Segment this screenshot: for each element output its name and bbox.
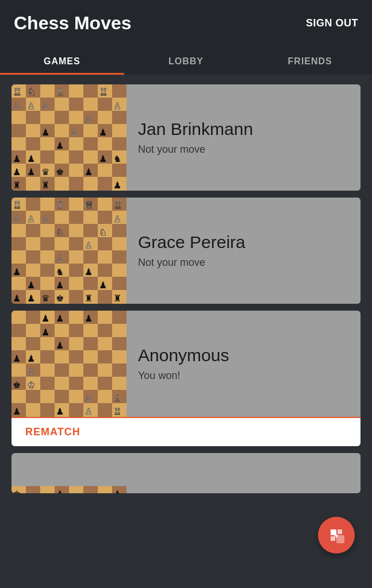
- game-card-jan[interactable]: ♖ ♘ ♗ ♖ ♙ ♙ ♙ ♙ ♙ ♙ ♟ ♟ ♟: [11, 84, 361, 191]
- svg-rect-122: [26, 250, 40, 264]
- svg-text:♟: ♟: [56, 314, 64, 323]
- svg-rect-37: [83, 137, 98, 150]
- svg-rect-102: [83, 211, 98, 224]
- svg-text:♔: ♔: [27, 380, 35, 390]
- svg-rect-20: [69, 111, 83, 124]
- svg-rect-91: [40, 198, 55, 211]
- svg-text:♖: ♖: [113, 199, 122, 211]
- game-card-main: ♟ ♟ ♟ ♟ ♟ ♟ ♟ ♙ ♚ ♔ ♙ ♗ ♟ ♟ ♙ ♖: [11, 311, 361, 417]
- svg-rect-125: [69, 250, 83, 264]
- svg-text:♟: ♟: [56, 407, 64, 416]
- svg-text:♟: ♟: [113, 489, 121, 494]
- svg-rect-239: [98, 403, 112, 417]
- svg-rect-22: [98, 111, 112, 124]
- tab-games[interactable]: GAMES: [0, 46, 124, 75]
- chess-board-2: ♖ ♔ ♕ ♖ ♙ ♙ ♙ ♙ ♘ ♘ ♙ ♙ ♟ ♞ ♟ ♟: [11, 198, 126, 304]
- svg-text:♟: ♟: [41, 314, 49, 323]
- svg-text:♜: ♜: [13, 180, 21, 190]
- svg-rect-184: [112, 311, 126, 324]
- svg-rect-226: [26, 390, 40, 403]
- svg-rect-90: [26, 198, 40, 211]
- svg-rect-130: [26, 264, 40, 277]
- sign-out-button[interactable]: SIGN OUT: [306, 17, 358, 29]
- game-card-anonymous[interactable]: ♟ ♟ ♟ ♟ ♟ ♟ ♟ ♙ ♚ ♔ ♙ ♗ ♟ ♟ ♙ ♖: [11, 311, 361, 446]
- svg-rect-114: [26, 237, 40, 250]
- svg-text:♜: ♜: [113, 293, 121, 303]
- svg-rect-234: [26, 403, 40, 417]
- svg-rect-151: [98, 290, 112, 304]
- svg-text:♙: ♙: [27, 367, 35, 377]
- svg-text:♟: ♟: [27, 280, 35, 290]
- svg-rect-44: [69, 150, 83, 164]
- svg-text:♟: ♟: [56, 280, 64, 290]
- svg-rect-219: [40, 377, 55, 390]
- app-header: Chess Moves SIGN OUT: [0, 0, 372, 46]
- game-status: Not your move: [138, 144, 349, 156]
- svg-rect-139: [40, 277, 55, 290]
- svg-rect-213: [69, 363, 83, 377]
- svg-rect-39: [112, 137, 126, 150]
- game-card-partial[interactable]: ♚ ♟ ♟ ♟: [11, 453, 361, 493]
- svg-rect-24: [11, 124, 26, 137]
- svg-rect-185: [11, 324, 26, 337]
- svg-rect-2: [40, 84, 55, 98]
- svg-text:♙: ♙: [85, 393, 93, 403]
- svg-text:♟: ♟: [27, 154, 35, 164]
- svg-rect-36: [69, 137, 83, 150]
- svg-text:♙: ♙: [113, 214, 121, 224]
- svg-rect-237: [69, 403, 83, 417]
- rematch-button[interactable]: REMATCH: [25, 426, 80, 438]
- svg-text:♜: ♜: [41, 180, 49, 190]
- svg-rect-7: [112, 84, 126, 98]
- svg-rect-206: [83, 350, 98, 363]
- svg-text:♟: ♟: [113, 180, 121, 190]
- svg-rect-192: [112, 324, 126, 337]
- svg-rect-137: [11, 277, 26, 290]
- svg-rect-27: [55, 124, 69, 137]
- svg-rect-135: [98, 264, 112, 277]
- game-card-grace[interactable]: ♖ ♔ ♕ ♖ ♙ ♙ ♙ ♙ ♘ ♘ ♙ ♙ ♟ ♞ ♟ ♟: [11, 198, 361, 304]
- svg-rect-131: [40, 264, 55, 277]
- svg-rect-194: [26, 337, 40, 350]
- svg-text:♙: ♙: [85, 407, 93, 416]
- svg-rect-5: [83, 84, 98, 98]
- svg-rect-106: [26, 224, 40, 237]
- svg-rect-200: [112, 337, 126, 350]
- svg-rect-136: [112, 264, 126, 277]
- svg-rect-144: [112, 277, 126, 290]
- svg-text:♟: ♟: [85, 167, 93, 177]
- svg-text:♟: ♟: [41, 127, 49, 137]
- svg-rect-42: [40, 150, 55, 164]
- svg-text:♟: ♟: [56, 341, 64, 350]
- game-card-main: ♖ ♘ ♗ ♖ ♙ ♙ ♙ ♙ ♙ ♙ ♟ ♟ ♟: [11, 84, 361, 191]
- svg-rect-221: [69, 377, 83, 390]
- games-list: ♖ ♘ ♗ ♖ ♙ ♙ ♙ ♙ ♙ ♙ ♟ ♟ ♟: [0, 75, 372, 502]
- svg-rect-204: [55, 350, 69, 363]
- svg-rect-186: [26, 324, 40, 337]
- game-info-grace: Grace Pereira Not your move: [126, 198, 361, 304]
- svg-rect-93: [69, 198, 83, 211]
- svg-rect-117: [69, 237, 83, 250]
- svg-text:♟: ♟: [27, 167, 35, 177]
- svg-rect-120: [112, 237, 126, 250]
- svg-text:♟: ♟: [13, 407, 21, 416]
- svg-rect-128: [112, 250, 126, 264]
- svg-rect-38: [98, 137, 112, 150]
- game-card-partial-main: ♚ ♟ ♟ ♟: [11, 453, 361, 493]
- tab-bar: GAMES LOBBY FRIENDS: [0, 46, 372, 75]
- svg-rect-231: [98, 390, 112, 403]
- svg-rect-220: [55, 377, 69, 390]
- tab-lobby[interactable]: LOBBY: [124, 46, 248, 75]
- svg-rect-110: [83, 224, 98, 237]
- svg-rect-95: [98, 198, 112, 211]
- game-card-main: ♖ ♔ ♕ ♖ ♙ ♙ ♙ ♙ ♘ ♘ ♙ ♙ ♟ ♞ ♟ ♟: [11, 198, 361, 304]
- svg-rect-55: [112, 164, 126, 177]
- svg-text:♚: ♚: [56, 167, 64, 177]
- svg-text:♚: ♚: [13, 380, 21, 390]
- svg-text:♞: ♞: [113, 154, 121, 164]
- tab-friends[interactable]: FRIENDS: [248, 46, 372, 75]
- new-game-fab[interactable]: +: [318, 517, 355, 554]
- svg-rect-197: [69, 337, 83, 350]
- svg-text:♜: ♜: [85, 293, 93, 303]
- svg-rect-215: [98, 363, 112, 377]
